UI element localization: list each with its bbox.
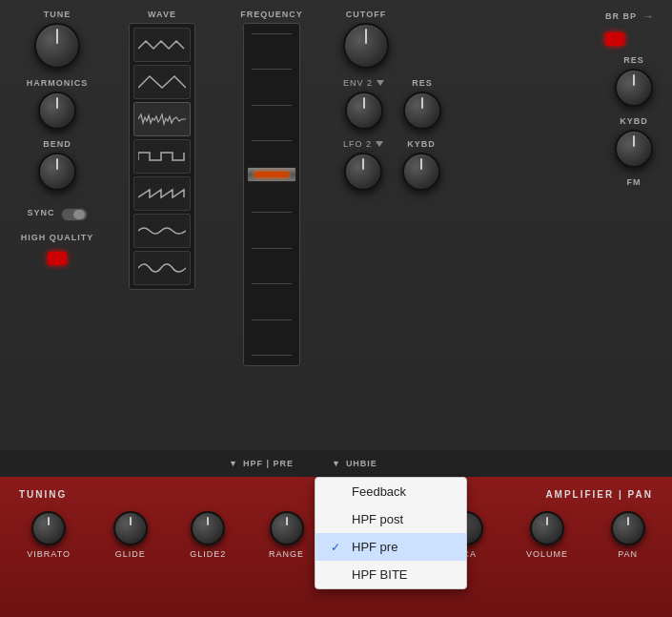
freq-tick-1 [252,33,292,34]
glide-group: Glide [113,511,148,559]
res-right-group: RES [605,55,662,107]
frequency-slider-track [243,23,300,366]
kybd-knob[interactable] [402,153,440,191]
wave-item-4[interactable] [133,139,191,174]
dropdown-menu: Feedback HPF post ✓ HPF pre HPF BITE [315,477,467,589]
hpf-post-label: HPF post [352,512,403,526]
freq-tick-10 [252,355,292,356]
vibrato-knob[interactable] [31,511,66,545]
filter-section: CUTOFF ENV 2 RES [334,0,596,477]
dropdown-item-feedback[interactable]: Feedback [316,478,466,505]
dropdown-item-hpf-post[interactable]: HPF post [316,505,466,533]
uhbie-arrow[interactable]: ▼ [332,459,341,468]
glide2-knob[interactable] [191,511,225,545]
vibrato-label: Vibrato [27,549,71,559]
env2-label: ENV 2 [343,78,384,88]
cutoff-label: CUTOFF [346,10,386,19]
hpf-bite-label: HPF BITE [352,567,408,582]
hpf-section: ▼ HPF | PRE ▼ UHBIE [0,450,672,477]
high-quality-label: HIGH QUALITY [21,233,94,242]
wave-panel [129,23,195,290]
kybd-label: KYBD [407,139,436,149]
wave-item-5[interactable] [133,176,191,211]
freq-tick-6 [252,212,292,213]
volume-label: Volume [526,549,568,559]
wave-label: WAVE [148,10,176,19]
sync-label: SYNC [27,208,54,217]
freq-tick-4 [252,140,292,141]
wave-item-7[interactable] [133,251,191,285]
left-section: TUNE HARMONICS BEND SYNC HIGH QUALITY [0,0,114,477]
freq-tick-7 [252,248,292,249]
br-bp-led[interactable] [605,32,624,46]
pan-knob[interactable] [611,511,645,545]
hpf-arrow[interactable]: ▼ [229,459,238,468]
lfo2-knob[interactable] [344,153,382,191]
harmonics-label: HARMONICS [27,78,89,88]
cutoff-knob[interactable] [343,23,389,69]
br-bp-label: BR BP [605,11,637,21]
hpf-pre-checkmark: ✓ [331,541,344,554]
glide-label: Glide [115,549,146,559]
wave-item-6[interactable] [133,214,191,248]
wave-item-1[interactable] [133,28,191,62]
sync-row: SYNC [27,208,87,221]
bend-label: BEND [43,139,71,149]
feedback-label: Feedback [352,484,406,499]
tune-knob[interactable] [34,23,80,69]
frequency-label: FREQUENCY [240,10,303,19]
res-label: RES [412,78,433,88]
pan-label: Pan [618,549,638,559]
cutoff-group: CUTOFF [343,10,389,69]
range-group: Range [269,511,304,559]
dropdown-item-hpf-bite[interactable]: HPF BITE [316,561,466,588]
cutoff-row: CUTOFF [343,10,586,69]
lfo2-arrow[interactable] [376,141,383,147]
res-right-knob[interactable] [615,69,653,107]
slider-led [255,172,289,177]
lfo2-row: LFO 2 KYBD [343,139,586,191]
uhbie-label: UHBIE [346,459,377,468]
frequency-section: FREQUENCY [210,0,334,477]
high-quality-section: HIGH QUALITY [21,233,94,265]
env2-arrow[interactable] [377,80,384,86]
range-label: Range [269,549,304,559]
glide2-group: Glide2 [190,511,226,559]
sync-toggle[interactable] [61,208,88,221]
tuning-label: TUNING [19,489,67,500]
frequency-slider-thumb[interactable] [247,167,296,182]
lfo2-label: LFO 2 [343,139,383,149]
freq-tick-9 [252,319,292,320]
wave-item-3[interactable] [133,102,191,136]
res-knob[interactable] [403,92,441,130]
vibrato-group: Vibrato [27,511,71,559]
pan-group: Pan [611,511,645,559]
uhbie-label-group: ▼ UHBIE [294,459,377,468]
glide-knob[interactable] [113,511,148,545]
right-section: BR BP → RES KYBD FM [596,0,672,477]
kybd-right-knob[interactable] [615,130,653,168]
lfo2-group: LFO 2 [343,139,383,191]
hpf-label-group: ▼ HPF | PRE [0,459,294,468]
env2-group: ENV 2 [343,78,384,130]
freq-tick-8 [252,283,292,284]
res-right-label: RES [623,55,644,65]
volume-knob[interactable] [530,511,564,545]
harmonics-knob[interactable] [38,92,76,130]
high-quality-led[interactable] [48,252,67,265]
freq-tick-2 [252,69,292,70]
top-panel: TUNE HARMONICS BEND SYNC HIGH QUALITY [0,0,672,477]
hpf-pre-label: HPF pre [352,540,397,554]
wave-item-2[interactable] [133,65,191,99]
kybd-right-label: KYBD [620,116,648,126]
dropdown-item-hpf-pre[interactable]: ✓ HPF pre [316,533,466,561]
tune-label: TUNE [44,10,71,19]
bend-group: BEND [38,139,76,191]
kybd-group: KYBD [402,139,440,191]
bend-knob[interactable] [38,153,76,191]
env2-knob[interactable] [345,92,383,130]
harmonics-group: HARMONICS [27,78,89,130]
br-bp-row: BR BP → [605,10,662,23]
tune-group: TUNE [34,10,80,69]
range-knob[interactable] [270,511,304,545]
